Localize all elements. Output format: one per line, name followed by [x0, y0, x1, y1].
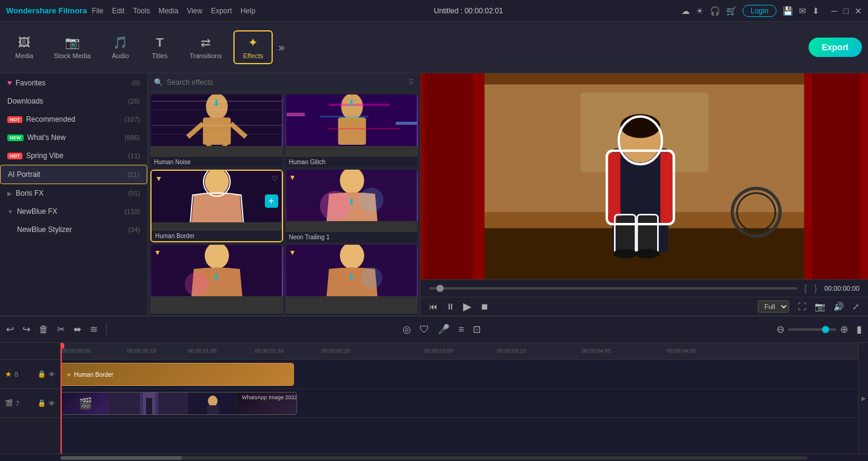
save-icon[interactable]: 💾 [783, 6, 793, 16]
track-7-eye[interactable]: 👁 [48, 400, 55, 407]
sidebar-item-spring-vibe[interactable]: HOT Spring Vibe (11) [0, 147, 147, 165]
headphone-icon[interactable]: 🎧 [710, 6, 720, 16]
playhead-head [61, 343, 64, 348]
svg-rect-60 [158, 392, 189, 415]
add-effect-button[interactable]: + [265, 194, 278, 208]
sidebar-item-ai-portrait[interactable]: AI Portrait (21) [0, 165, 147, 184]
heart-icon: ♥ [7, 78, 12, 87]
login-button[interactable]: Login [743, 5, 776, 17]
search-input[interactable] [167, 78, 405, 87]
zoom-in-button[interactable]: ⊕ [840, 323, 848, 335]
effect-card-neon-trailing[interactable]: ▼ ⬇ Neon Trailing 1 [285, 170, 418, 242]
menu-help[interactable]: Help [241, 7, 256, 15]
redo-button[interactable]: ↪ [22, 323, 30, 335]
sidebar-item-recommended[interactable]: HOT Recommended (107) [0, 110, 147, 128]
track-7-lock[interactable]: 🔒 [38, 399, 46, 407]
sidebar-boris-fx-label: Boris FX [16, 189, 44, 197]
play-button[interactable]: ▶ [463, 300, 472, 313]
screenshot-icon[interactable]: 📷 [815, 302, 825, 311]
sun-icon[interactable]: ☀ [696, 6, 704, 16]
cut-button[interactable]: ✂ [57, 323, 65, 335]
shield-icon[interactable]: 🛡 [419, 324, 429, 335]
effect-card-human-glitch[interactable]: ⬇ Human Glitch [285, 95, 418, 167]
toolbar-effects[interactable]: ✦ Effects [233, 30, 273, 64]
zoom-out-button[interactable]: ⊖ [776, 323, 784, 335]
menu-bar[interactable]: File Edit Tools Media View Export Help [92, 7, 255, 15]
effect-card-5[interactable]: ▼ ⬇ [150, 245, 283, 316]
menu-view[interactable]: View [187, 7, 202, 15]
volume-icon[interactable]: 🔊 [833, 302, 844, 311]
close-button[interactable]: ✕ [855, 6, 862, 16]
menu-tools[interactable]: Tools [133, 7, 150, 15]
toolbar-more-icon[interactable]: » [278, 41, 284, 54]
sidebar-item-boris-fx[interactable]: ▶ Boris FX (91) [0, 184, 147, 202]
stop-button[interactable]: ⏹ [480, 302, 489, 311]
toolbar-transitions[interactable]: ⇄ Transitions [181, 32, 230, 63]
ruler-time-0: 00:00:00:00 [62, 348, 91, 354]
crop-icon[interactable]: ⤢ [852, 302, 860, 311]
timeline-settings-icon[interactable]: ▮ [856, 323, 862, 335]
sidebar-recommended-count: (107) [124, 116, 140, 123]
effect-card-human-border[interactable]: ♡ ▼ + Human Border [150, 170, 283, 242]
horizontal-scrollbar[interactable] [61, 456, 807, 460]
audio-mixer-icon[interactable]: ≋ [90, 323, 98, 335]
mic-icon[interactable]: 🎤 [438, 323, 450, 335]
export-button[interactable]: Export [809, 38, 862, 57]
toolbar-stock-media[interactable]: 📷 Stock Media [45, 32, 99, 63]
sidebar-item-whats-new[interactable]: NEW What's New (896) [0, 128, 147, 147]
track-8-eye[interactable]: 👁 [48, 371, 55, 378]
grid-icon[interactable]: ⠿ [409, 78, 414, 87]
color-wheel-icon[interactable]: ◎ [402, 323, 411, 335]
ruler-time-4: 00:00:02:10 [321, 348, 350, 354]
sidebar-item-favorites[interactable]: ♥ Favorites (0) [0, 73, 147, 92]
effect-clip-human-border[interactable]: ★ Human Border [61, 363, 294, 386]
playhead[interactable] [61, 343, 62, 454]
step-back-button[interactable]: ⏮ [429, 302, 438, 311]
track-7-num: 7 [16, 400, 19, 407]
pause-button[interactable]: ⏸ [446, 302, 455, 311]
toolbar-media[interactable]: 🖼 Media [6, 32, 42, 63]
hot-badge-spring: HOT [7, 153, 22, 159]
sidebar-item-newblue-stylizer[interactable]: NewBlue Stylizer (34) [0, 221, 147, 239]
minimize-button[interactable]: ─ [832, 6, 838, 16]
download-icon[interactable]: ⬇ [812, 6, 820, 16]
cart-icon[interactable]: 🛒 [726, 6, 736, 16]
track-8-lock[interactable]: 🔒 [38, 370, 46, 378]
effect-card-human-glitch-label: Human Glitch [285, 157, 418, 167]
video-clip[interactable]: 🎬 [61, 392, 297, 415]
mail-icon[interactable]: ✉ [799, 6, 806, 16]
svg-point-48 [620, 114, 660, 138]
sidebar-item-downloads[interactable]: Downloads (28) [0, 92, 147, 110]
sidebar-item-newblue-fx[interactable]: ▼ NewBlue FX (110) [0, 202, 147, 221]
preview-controls: { } 00:00:00:00 [421, 279, 868, 297]
sidebar-spring-vibe-count: (11) [128, 152, 140, 159]
adjust-button[interactable]: ⬌ [73, 323, 81, 335]
effect-card-6[interactable]: ▼ ⬇ [285, 245, 418, 316]
zoom-controls: ⊖ ⊕ [776, 323, 848, 335]
menu-export[interactable]: Export [211, 7, 232, 15]
quality-select[interactable]: Full 1/2 1/4 [758, 300, 789, 313]
effect-card-human-noise[interactable]: ⬇ Human Noise [150, 95, 283, 167]
scroll-thumb[interactable] [61, 456, 182, 460]
toolbar-titles[interactable]: T Titles [142, 32, 178, 63]
toolbar-audio[interactable]: 🎵 Audio [102, 32, 139, 63]
ruler-time-1: 00:00:00:15 [127, 348, 156, 354]
sidebar-whats-new-label: What's New [27, 133, 66, 142]
playback-scrubber[interactable] [429, 287, 797, 290]
undo-button[interactable]: ↩ [6, 323, 14, 335]
track-7-icon: 🎬 [5, 399, 13, 407]
track-header-8: ★ 8 🔒 👁 [0, 360, 60, 389]
text-icon[interactable]: ≡ [458, 324, 464, 335]
cloud-icon[interactable]: ☁ [681, 6, 690, 16]
maximize-button[interactable]: □ [844, 6, 849, 16]
menu-edit[interactable]: Edit [112, 7, 125, 15]
svg-point-25 [359, 188, 383, 212]
delete-button[interactable]: 🗑 [39, 324, 48, 335]
fullscreen-icon[interactable]: ⛶ [798, 302, 806, 311]
timeline-right-handle[interactable]: ▶ [858, 343, 868, 454]
heart-overlay[interactable]: ♡ [272, 174, 278, 183]
zoom-slider[interactable] [788, 328, 836, 331]
pip-icon[interactable]: ⊡ [473, 323, 481, 335]
menu-file[interactable]: File [92, 7, 103, 15]
menu-media[interactable]: Media [158, 7, 178, 15]
